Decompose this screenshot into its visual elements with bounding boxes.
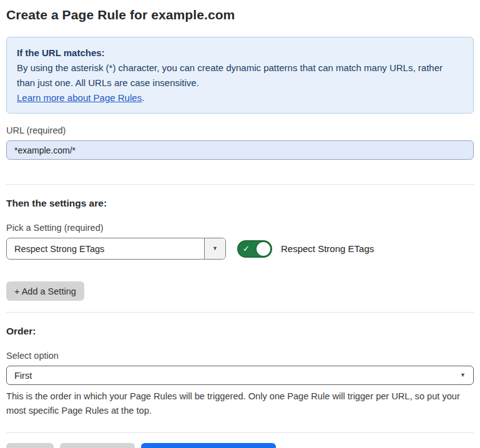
cancel-button[interactable]: Cancel — [6, 443, 54, 448]
url-match-info-box: If the URL matches: By using the asteris… — [6, 37, 474, 114]
url-field-label: URL (required) — [6, 125, 474, 135]
chevron-down-icon: ▼ — [212, 246, 218, 251]
section-divider — [6, 184, 474, 185]
page-title: Create a Page Rule for example.com — [6, 7, 474, 22]
setting-toggle[interactable]: ✓ — [237, 240, 272, 258]
footer-divider — [6, 432, 474, 433]
order-select[interactable]: First ▼ — [6, 366, 474, 385]
info-box-heading: If the URL matches: — [17, 46, 463, 61]
learn-more-link[interactable]: Learn more about Page Rules — [17, 92, 142, 103]
section-divider — [6, 312, 474, 313]
save-draft-button[interactable]: Save as Draft — [60, 443, 135, 448]
chevron-down-icon: ▼ — [460, 373, 466, 378]
info-box-body: By using the asterisk (*) character, you… — [17, 61, 463, 90]
setting-select-value: Respect Strong ETags — [7, 238, 204, 259]
save-deploy-button[interactable]: Save and Deploy Page Rule — [141, 443, 276, 448]
order-select-value: First — [7, 371, 460, 381]
link-suffix: . — [142, 92, 144, 103]
settings-heading: Then the settings are: — [6, 198, 474, 209]
url-input[interactable] — [6, 140, 474, 160]
setting-select[interactable]: Respect Strong ETags ▼ — [6, 238, 226, 260]
info-box-link-line: Learn more about Page Rules. — [17, 90, 463, 105]
add-setting-button[interactable]: + Add a Setting — [6, 281, 84, 301]
check-icon: ✓ — [243, 244, 250, 254]
toggle-label: Respect Strong ETags — [281, 243, 374, 254]
setting-select-arrow-button[interactable]: ▼ — [204, 238, 225, 259]
order-heading: Order: — [6, 326, 474, 337]
footer-actions: Cancel Save as Draft Save and Deploy Pag… — [6, 443, 474, 448]
order-select-label: Select option — [6, 351, 474, 361]
pick-setting-label: Pick a Setting (required) — [6, 223, 474, 233]
page-rule-form: Create a Page Rule for example.com If th… — [0, 0, 480, 448]
setting-row: Respect Strong ETags ▼ ✓ Respect Strong … — [6, 238, 474, 260]
order-help-text: This is the order in which your Page Rul… — [6, 389, 474, 417]
toggle-knob — [257, 242, 270, 256]
